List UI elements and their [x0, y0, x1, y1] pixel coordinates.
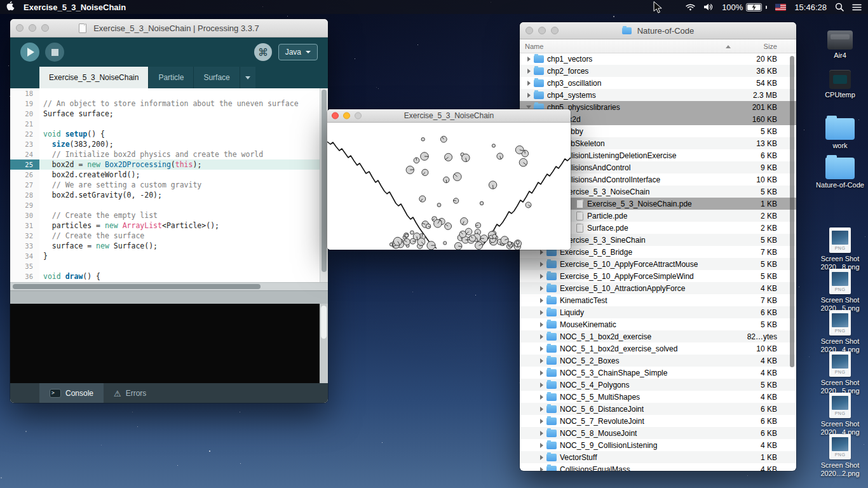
column-header-name[interactable]: Name [520, 43, 543, 50]
wifi-icon[interactable] [685, 3, 696, 11]
menubar-app-title[interactable]: Exercise_5_3_NoiseChain [24, 3, 126, 12]
code-editor[interactable]: 18192021222324252627282930313233343536 /… [10, 88, 328, 282]
disclosure-triangle-icon[interactable] [538, 322, 545, 327]
disclosure-triangle-icon[interactable] [538, 419, 545, 424]
us-flag-icon[interactable] [775, 4, 786, 11]
desktop-icon[interactable]: work [813, 114, 867, 150]
zoom-button[interactable] [551, 27, 559, 34]
code-text[interactable]: // An object to store information about … [39, 88, 328, 282]
disclosure-triangle-icon[interactable] [538, 383, 545, 388]
code-line[interactable]: box2d = new Box2DProcessing(this); [39, 159, 328, 170]
debug-button[interactable]: ⌘ [254, 43, 272, 61]
finder-row[interactable]: NOC_5_4_Polygons5 KB [520, 379, 796, 391]
disclosure-triangle-icon[interactable] [538, 467, 545, 471]
disclosure-triangle-icon[interactable] [525, 81, 532, 86]
code-line[interactable]: // Create the empty list [39, 210, 328, 220]
disclosure-triangle-icon[interactable] [538, 407, 545, 412]
disclosure-triangle-icon[interactable] [525, 93, 532, 98]
disclosure-triangle-icon[interactable] [538, 455, 545, 460]
code-line[interactable]: box2d.createWorld(); [39, 170, 328, 180]
code-line[interactable]: void draw() { [39, 271, 328, 281]
code-line[interactable]: Surface surface; [39, 109, 328, 119]
disclosure-triangle-icon[interactable] [538, 334, 545, 339]
editor-tab-Surface[interactable]: Surface [194, 67, 240, 88]
tab-menu-button[interactable] [240, 67, 255, 88]
close-button[interactable] [16, 24, 24, 32]
disclosure-triangle-icon[interactable] [538, 346, 545, 351]
code-line[interactable]: // An object to store information about … [39, 98, 328, 109]
disclosure-triangle-icon[interactable] [525, 105, 532, 109]
editor-tab-Exercise_5_3_NoiseChain[interactable]: Exercise_5_3_NoiseChain [39, 67, 149, 88]
disclosure-triangle-icon[interactable] [525, 57, 532, 62]
finder-row[interactable]: NOC_5_5_MultiShapes4 KB [520, 391, 796, 403]
finder-row[interactable]: Exercise_5_10_ApplyForceSimpleWind5 KB [520, 270, 796, 282]
disclosure-triangle-icon[interactable] [525, 69, 532, 74]
column-header-size[interactable]: Size [764, 43, 777, 50]
console-scrollbar[interactable] [320, 304, 328, 383]
disclosure-triangle-icon[interactable] [538, 443, 545, 448]
finder-row[interactable]: NOC_5_3_ChainShape_Simple4 KB [520, 367, 796, 379]
notification-center-icon[interactable] [852, 4, 862, 11]
code-line[interactable] [39, 261, 328, 271]
disclosure-triangle-icon[interactable] [538, 262, 545, 267]
disclosure-triangle-icon[interactable] [538, 310, 545, 315]
desktop-icon[interactable]: PNGScreen Shot 2020...2.png [813, 434, 867, 478]
disclosure-triangle-icon[interactable] [538, 250, 545, 255]
desktop-icon[interactable]: CPUtemp [813, 64, 867, 99]
code-line[interactable]: size(383,200); [39, 139, 328, 149]
run-button[interactable] [20, 43, 39, 62]
finder-row[interactable]: NOC_5_7_RevoluteJoint6 KB [520, 415, 796, 427]
disclosure-triangle-icon[interactable] [538, 395, 545, 400]
finder-row[interactable]: chp1_vectors20 KB [520, 53, 796, 65]
desktop-icon[interactable]: Air4 [813, 24, 867, 60]
desktop-icon[interactable]: PNGScreen Shot 2020...8.png [813, 227, 867, 271]
desktop-icon[interactable]: Nature-of-Code [813, 154, 867, 189]
finder-row[interactable]: Exercise_5_10_AttractionApplyForce4 KB [520, 282, 796, 294]
stop-button[interactable] [45, 43, 64, 62]
finder-row[interactable]: chp4_systems2.3 MB [520, 89, 796, 101]
code-line[interactable]: surface = new Surface(); [39, 241, 328, 251]
desktop-icon[interactable]: PNGScreen Shot 2020...5.png [813, 351, 867, 395]
editor-horizontal-scrollbar[interactable] [10, 282, 328, 290]
zoom-button[interactable] [41, 24, 49, 32]
disclosure-triangle-icon[interactable] [538, 370, 545, 376]
code-line[interactable] [39, 119, 328, 129]
close-button[interactable] [526, 27, 533, 34]
finder-titlebar[interactable]: Nature-of-Code [520, 22, 796, 39]
code-line[interactable]: box2d.setGravity(0, -20); [39, 190, 328, 200]
finder-row[interactable]: VectorStuff1 KB [520, 451, 796, 463]
editor-tab-Particle[interactable]: Particle [149, 67, 194, 88]
errors-tab[interactable]: ⚠Errors [104, 383, 156, 403]
console-tab[interactable]: >Console [39, 383, 104, 403]
desktop-icon[interactable]: PNGScreen Shot 2020...4.png [813, 310, 867, 354]
code-line[interactable]: // We are setting a custom gravity [39, 180, 328, 190]
minimize-button[interactable] [29, 24, 36, 32]
finder-row[interactable]: NOC_5_9_CollisionListening4 KB [520, 439, 796, 451]
disclosure-triangle-icon[interactable] [538, 298, 545, 303]
finder-row[interactable]: CollisionsEqualMass4 KB [520, 463, 796, 471]
minimize-button[interactable] [343, 112, 350, 119]
code-line[interactable] [39, 200, 328, 210]
disclosure-triangle-icon[interactable] [538, 286, 545, 291]
code-line[interactable] [39, 88, 328, 98]
code-line[interactable]: // Initialize box2d physics and create t… [39, 149, 328, 159]
finder-row[interactable]: Exercise_5_10_ApplyForceAttractMouse5 KB [520, 258, 796, 270]
disclosure-triangle-icon[interactable] [538, 274, 545, 279]
finder-row[interactable]: NOC_5_2_Boxes4 KB [520, 355, 796, 367]
code-line[interactable]: particles = new ArrayList<Particle>(); [39, 220, 328, 231]
code-line[interactable]: } [39, 251, 328, 261]
spotlight-icon[interactable] [835, 3, 844, 11]
finder-row[interactable]: NOC_5_6_DistanceJoint6 KB [520, 403, 796, 415]
finder-row[interactable]: Liquidy6 KB [520, 306, 796, 318]
finder-row[interactable]: NOC_5_8_MouseJoint6 KB [520, 427, 796, 439]
finder-row[interactable]: KinematicTest7 KB [520, 294, 796, 306]
code-line[interactable]: void setup() { [39, 129, 328, 139]
finder-row[interactable]: NOC_5_1_box2d_exercise82…ytes [520, 330, 796, 342]
sketch-titlebar[interactable]: Exercise_5_3_NoiseChain [327, 109, 571, 123]
disclosure-triangle-icon[interactable] [538, 431, 545, 436]
finder-row[interactable]: chp3_oscillation54 KB [520, 77, 796, 89]
apple-menu-icon[interactable] [6, 1, 15, 13]
finder-scrollbar[interactable] [790, 56, 794, 367]
finder-row[interactable]: NOC_5_1_box2d_exercise_solved10 KB [520, 342, 796, 355]
battery-indicator[interactable]: 100% [722, 3, 767, 12]
